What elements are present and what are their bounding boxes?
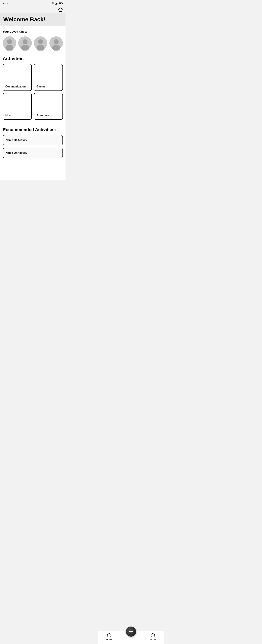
svg-point-13: [22, 39, 28, 44]
svg-point-0: [53, 4, 53, 4]
recommended-item-2[interactable]: Name Of Activity: [3, 148, 63, 158]
status-time: 12:30: [3, 2, 9, 5]
activity-music-label: Music: [5, 114, 13, 117]
svg-rect-6: [62, 3, 63, 4]
activities-title: Activities: [3, 56, 63, 61]
svg-point-10: [7, 39, 12, 44]
svg-rect-4: [58, 2, 58, 4]
recommended-item-1[interactable]: Name Of Activity: [3, 135, 63, 146]
svg-marker-8: [58, 8, 62, 12]
activities-grid: Communication Games Music Exercises: [3, 64, 63, 120]
main-content: Your Loved Ones:: [0, 26, 66, 180]
signal-icon: [56, 2, 58, 4]
welcome-title: Welcome Back!: [3, 16, 62, 23]
activity-exercises-label: Exercises: [36, 114, 49, 117]
activity-card-exercises[interactable]: Exercises: [34, 93, 63, 120]
svg-rect-3: [57, 3, 58, 4]
wifi-icon: [52, 2, 54, 4]
activities-section: Activities Communication Games Music Exe…: [3, 53, 63, 124]
svg-rect-2: [56, 3, 57, 4]
svg-point-19: [54, 39, 58, 44]
svg-point-16: [38, 39, 43, 44]
recommended-item-2-label: Name Of Activity: [6, 152, 27, 154]
activity-card-communication[interactable]: Communication: [3, 64, 32, 91]
svg-rect-7: [60, 3, 61, 4]
activity-card-games[interactable]: Games: [34, 64, 63, 91]
activity-card-music[interactable]: Music: [3, 93, 32, 120]
avatar-1[interactable]: [3, 36, 16, 50]
activity-games-label: Games: [36, 85, 45, 88]
pentagon-icon[interactable]: [58, 8, 63, 12]
avatars-row: [3, 36, 63, 50]
header: Welcome Back!: [0, 14, 66, 26]
recommended-section: Recommended Activities: Name Of Activity…: [3, 124, 63, 163]
loved-ones-label: Your Loved Ones:: [3, 30, 63, 34]
status-icons: [52, 2, 63, 4]
activity-communication-label: Communication: [5, 85, 26, 88]
loved-ones-section: Your Loved Ones:: [3, 26, 63, 53]
svg-rect-1: [56, 4, 56, 4]
recommended-item-1-label: Name Of Activity: [6, 139, 27, 142]
avatar-3[interactable]: [34, 36, 47, 50]
status-bar: 12:30: [0, 0, 66, 6]
avatar-4[interactable]: [50, 36, 63, 50]
recommended-title: Recommended Activities:: [3, 127, 63, 132]
battery-icon: [59, 2, 63, 4]
top-action-bar: [0, 6, 66, 14]
avatar-2[interactable]: [18, 36, 32, 50]
